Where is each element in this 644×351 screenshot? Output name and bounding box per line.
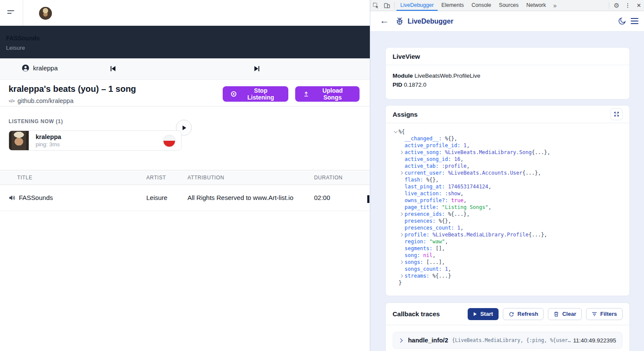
clear-button[interactable]: Clear [548,308,582,320]
expand-caret-icon[interactable] [399,231,405,238]
assigns-code-line: active_song: %LiveBeats.MediaLibrary.Son… [393,149,623,156]
livedebugger-logo: LiveDebugger [395,17,454,26]
kebab-menu-icon[interactable]: ⋮ [622,0,633,11]
start-tracing-button[interactable]: Start [468,308,499,320]
song-attribution-cell: All Rights Reserved to www.Art-list.io [187,194,293,201]
code-token: live_action: [405,190,442,197]
fullscreen-expand-button[interactable] [611,108,623,120]
code-token: page_title: [405,204,438,211]
stop-listening-button[interactable]: Stop Listening [223,86,288,102]
previous-track-button[interactable] [108,64,118,74]
assigns-code-line: owns_profile?: true, [393,197,623,204]
now-playing-title: FASSounds [6,35,40,42]
assigns-code-line: streams: %{...} [393,272,623,279]
code-token: active_profile_id: [405,142,460,149]
code-token: true [448,197,463,204]
devtools-toolbar: LiveDebugger Elements Console Sources Ne… [370,0,644,11]
toolbar-divider [609,2,609,9]
tab-console[interactable]: Console [468,0,495,11]
more-tabs-icon[interactable]: » [550,2,560,9]
speaker-icon [8,194,16,202]
songs-table: TITLE ARTIST ATTRIBUTION DURATION FASSou… [0,170,370,211]
expand-caret-icon[interactable] [399,169,405,176]
module-row: Module LiveBeatsWeb.ProfileLive [393,71,623,80]
assigns-code-line: active_profile_id: 1, [393,142,623,149]
code-token: %LiveBeats.Accounts.User [445,169,523,176]
listener-name: kraleppa [36,133,61,140]
code-token: segments: [405,245,432,252]
assigns-code-line: } [393,279,623,286]
refresh-button[interactable]: Refresh [503,308,544,320]
code-token: :show [442,190,460,197]
tab-livedebugger[interactable]: LiveDebugger [396,0,438,11]
close-devtools-icon[interactable]: × [633,0,644,11]
settings-gear-icon[interactable]: ⚙ [611,0,622,11]
expand-caret-icon[interactable] [399,272,405,279]
app-header [0,0,370,26]
trace-row-handle-info[interactable]: handle_info/2 {LiveBeats.MediaLibrary, {… [393,332,623,349]
tab-elements[interactable]: Elements [438,0,468,11]
code-token: %{...} [429,272,451,279]
expand-caret-icon[interactable] [399,259,405,266]
dark-mode-moon-icon[interactable] [618,17,626,25]
code-token: streams: [405,272,429,279]
panel-menu-icon[interactable] [631,18,638,24]
table-header-row: TITLE ARTIST ATTRIBUTION DURATION [0,170,370,185]
code-token: 1 [454,224,460,231]
active-listener: kraleppa [21,64,58,72]
expand-caret-icon[interactable] [393,128,399,135]
code-token: , [488,204,491,211]
now-playing-artist: Leisure [6,45,25,51]
code-token: %{...}, [445,211,470,218]
code-token: flash: [405,176,423,183]
refresh-icon [508,311,514,317]
back-arrow-icon[interactable]: ← [380,15,389,26]
callback-traces-card: Callback traces Start Refresh [385,303,630,351]
tab-sources[interactable]: Sources [495,0,523,11]
upload-songs-button[interactable]: Upload Songs [295,86,360,102]
user-avatar[interactable] [39,7,52,20]
tab-network[interactable]: Network [523,0,550,11]
callback-card-header: Callback traces Start Refresh [386,303,629,325]
expand-caret-icon[interactable] [399,149,405,156]
livedebugger-title: LiveDebugger [408,18,454,25]
github-link[interactable]: </> github.com/kraleppa [9,97,73,104]
code-token: "Listing Songs" [438,204,488,211]
code-token: 16 [451,156,460,163]
bug-icon [395,17,404,26]
play-icon [181,124,187,131]
song-duration-cell: 02:00 [314,194,330,201]
module-value: LiveBeatsWeb.ProfileLive [414,73,481,79]
sidebar-menu-icon[interactable] [7,10,15,15]
device-toolbar-icon[interactable] [381,0,393,11]
assigns-code-line: songs_count: 1, [393,266,623,272]
trace-args-preview: {LiveBeats.MediaLibrary, {:ping, %{user:… [452,337,573,343]
listening-now-label: LISTENING NOW (1) [9,118,63,124]
code-token: songs: [405,259,423,266]
trace-callback-name: handle_info/2 [408,337,448,344]
code-token: current_user: [405,169,445,176]
assigns-card: Assigns %{__changed__: %{},active_profil… [385,105,630,296]
code-token: "waw" [426,238,445,245]
code-token: , [460,224,463,231]
table-row[interactable]: FASSounds Leisure All Rights Reserved to… [0,185,370,211]
code-token: last_ping_at: [405,183,445,190]
code-token: %{}, [435,218,451,224]
code-token: 1 [442,266,448,272]
maximize-icon [614,111,620,117]
poland-flag-icon [163,135,175,147]
presence-card: kraleppa ping: 3ms [9,130,181,151]
code-token: , [467,142,470,149]
column-header-attribution: ATTRIBUTION [187,175,224,181]
code-token: nil [420,252,432,259]
code-token: , [488,183,491,190]
code-token: presence_ids: [405,211,445,218]
inspect-element-icon[interactable] [370,0,381,11]
expand-caret-icon[interactable] [399,211,405,218]
code-token: , [432,252,435,259]
filters-button[interactable]: Filters [586,308,623,320]
assigns-code-line: presences: %{}, [393,218,623,224]
code-token: region: [405,238,426,245]
next-track-button[interactable] [252,64,263,74]
truncated-content-sliver [367,195,369,203]
